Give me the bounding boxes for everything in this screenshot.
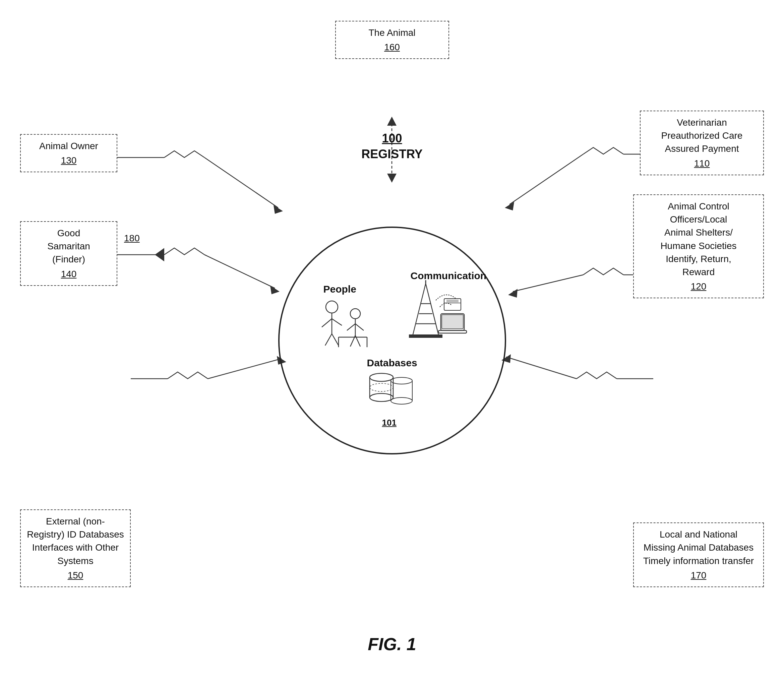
svg-point-54 xyxy=(370,373,393,382)
svg-point-57 xyxy=(370,393,393,402)
external-line1: External (non- xyxy=(46,516,105,526)
svg-rect-50 xyxy=(439,331,467,333)
svg-line-18 xyxy=(513,275,583,291)
owner-num: 130 xyxy=(27,154,111,167)
svg-line-8 xyxy=(204,157,278,208)
svg-point-58 xyxy=(370,383,393,391)
database-icon xyxy=(365,371,419,414)
vet-line1: Veterinarian xyxy=(677,117,727,128)
samaritan-line1: Good xyxy=(57,228,81,238)
svg-point-26 xyxy=(326,301,338,313)
db-num: 101 xyxy=(382,418,396,428)
owner-line1: Animal Owner xyxy=(39,141,98,151)
people-label: People xyxy=(323,283,356,295)
svg-line-14 xyxy=(204,255,275,288)
local-line2: Missing Animal Databases xyxy=(643,542,754,553)
box-samaritan: Good Samaritan (Finder) 140 xyxy=(20,221,117,286)
external-line3: Interfaces with Other xyxy=(32,542,119,553)
svg-line-24 xyxy=(506,357,577,379)
svg-rect-47 xyxy=(409,334,442,338)
svg-rect-49 xyxy=(442,315,463,329)
svg-marker-16 xyxy=(155,248,164,261)
control-line1: Animal Control xyxy=(668,201,729,211)
control-num: 120 xyxy=(640,280,757,293)
control-line5: Identify, Return, xyxy=(666,254,732,264)
local-line1: Local and National xyxy=(660,529,737,540)
svg-line-42 xyxy=(426,283,439,337)
vet-num: 110 xyxy=(646,157,757,170)
box-animal: The Animal 160 xyxy=(335,21,449,59)
control-line3: Animal Shelters/ xyxy=(664,227,733,238)
control-line4: Humane Societies xyxy=(660,241,736,251)
external-num: 150 xyxy=(27,569,124,582)
diagram-container: The Animal 160 Animal Owner 130 Veterina… xyxy=(0,0,784,681)
svg-line-29 xyxy=(332,319,342,325)
registry-num: 100 xyxy=(361,131,423,146)
circle-content: People Communication Databases xyxy=(278,226,506,455)
box-external: External (non- Registry) ID Databases In… xyxy=(20,509,131,587)
communication-label: Communication xyxy=(410,270,487,282)
svg-marker-6 xyxy=(387,117,396,126)
vet-line2: Preauthorized Care xyxy=(661,130,743,141)
svg-line-35 xyxy=(355,324,364,331)
fig-label: FIG. 1 xyxy=(368,634,416,654)
samaritan-line2: Samaritan xyxy=(47,241,90,251)
svg-line-34 xyxy=(347,324,355,331)
local-line3: Timely information transfer xyxy=(643,556,754,566)
svg-marker-5 xyxy=(387,174,396,183)
svg-line-11 xyxy=(510,154,583,204)
svg-point-59 xyxy=(391,377,412,384)
communication-icon xyxy=(402,280,469,347)
people-icon xyxy=(312,297,372,354)
svg-line-30 xyxy=(325,334,332,345)
svg-marker-12 xyxy=(505,202,514,211)
svg-point-32 xyxy=(350,309,360,319)
svg-line-28 xyxy=(322,319,332,327)
svg-line-21 xyxy=(208,359,282,379)
vet-line3: Assured Payment xyxy=(665,143,739,154)
samaritan-num: 140 xyxy=(27,268,111,280)
svg-line-41 xyxy=(412,283,426,337)
local-num: 170 xyxy=(640,569,757,582)
box-vet: Veterinarian Preauthorized Care Assured … xyxy=(640,111,764,175)
svg-marker-9 xyxy=(274,205,283,214)
control-line2: Officers/Local xyxy=(670,214,727,225)
svg-line-31 xyxy=(332,334,339,345)
box-control: Animal Control Officers/Local Animal She… xyxy=(633,194,764,298)
box-owner: Animal Owner 130 xyxy=(20,134,117,172)
animal-line1: The Animal xyxy=(368,27,415,38)
box-local: Local and National Missing Animal Databa… xyxy=(633,523,764,587)
animal-num: 160 xyxy=(342,41,442,54)
control-line6: Reward xyxy=(683,267,714,277)
label-180: 180 xyxy=(124,233,140,244)
registry-label: 100 REGISTRY xyxy=(361,131,423,162)
registry-text: REGISTRY xyxy=(361,147,423,161)
external-line4: Systems xyxy=(57,556,93,566)
svg-marker-19 xyxy=(508,289,518,298)
svg-rect-53 xyxy=(447,299,459,302)
svg-point-62 xyxy=(391,398,412,404)
external-line2: Registry) ID Databases xyxy=(27,529,124,540)
databases-label: Databases xyxy=(367,357,417,369)
samaritan-line3: (Finder) xyxy=(52,254,85,264)
